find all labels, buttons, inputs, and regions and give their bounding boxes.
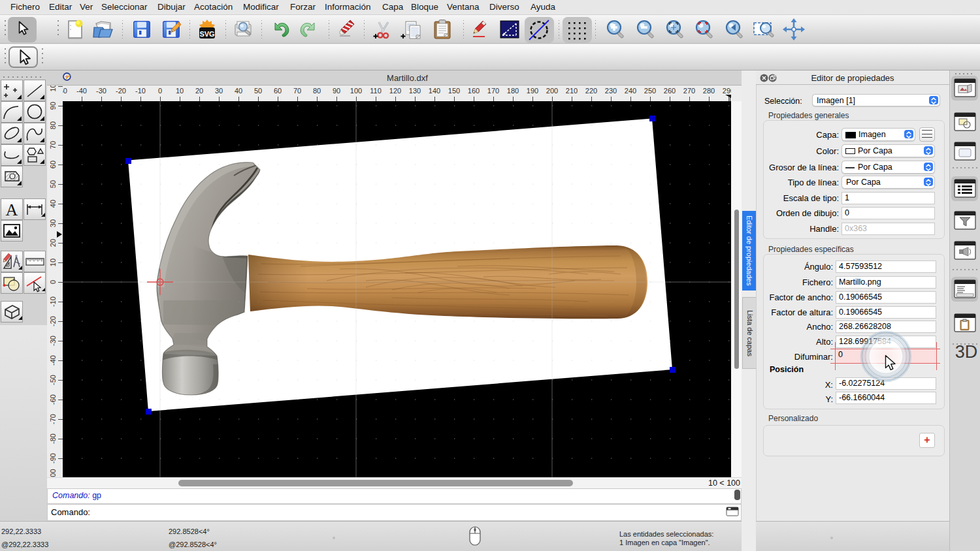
svg-text:A: A: [6, 200, 18, 219]
svg-text:SVG: SVG: [199, 30, 214, 38]
